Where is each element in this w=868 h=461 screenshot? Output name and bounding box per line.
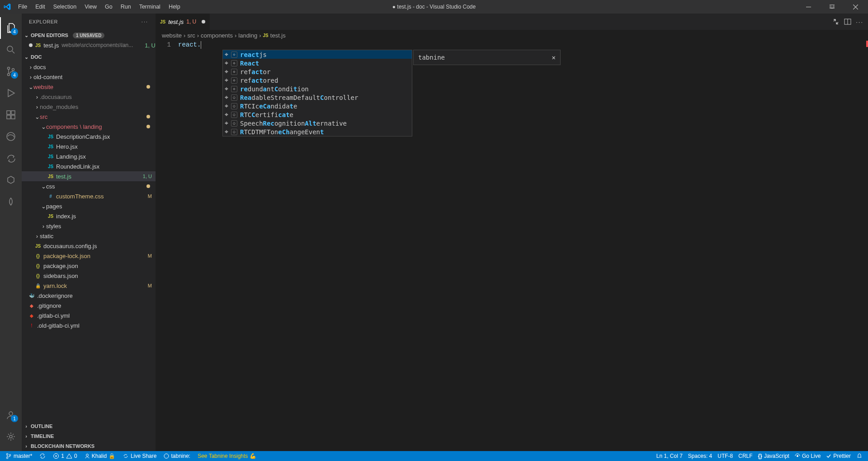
split-editor-icon[interactable] <box>844 18 851 25</box>
error-marker[interactable] <box>866 41 868 47</box>
folder-item[interactable]: ›node_modules <box>22 102 156 112</box>
sidebar-more-icon[interactable]: ··· <box>142 19 148 24</box>
suggestion-item[interactable]: ⌖○RTCIceCandidate <box>223 102 412 110</box>
suggestion-item[interactable]: ⌖◇redundantCondition <box>223 85 412 93</box>
suggestion-item[interactable]: ⌖◇refactor <box>223 67 412 76</box>
activity-ethereum[interactable] <box>0 169 22 191</box>
editor-tab[interactable]: JS test.js 1, U <box>156 14 210 30</box>
activity-liveshare[interactable] <box>0 147 22 169</box>
outline-header[interactable]: › OUTLINE <box>22 421 156 431</box>
file-item[interactable]: ◆.gitignore <box>22 301 156 310</box>
suggestion-item[interactable]: ⌖○SpeechRecognitionAlternative <box>223 119 412 127</box>
folder-item[interactable]: ⌄website <box>22 82 156 92</box>
status-tabnine[interactable]: tabnine: <box>162 451 192 461</box>
more-actions-icon[interactable]: ··· <box>856 19 863 25</box>
status-notifications[interactable] <box>854 453 864 459</box>
menu-help[interactable]: Help <box>165 2 184 12</box>
suggestion-item[interactable]: ⌖○ReadableStreamDefaultController <box>223 93 412 102</box>
compare-changes-icon[interactable] <box>832 18 840 25</box>
suggestion-item[interactable]: ⌖◇reactjs <box>223 50 412 59</box>
menu-edit[interactable]: Edit <box>32 2 49 12</box>
activity-debug[interactable] <box>0 82 22 104</box>
open-editors-header[interactable]: ⌄ OPEN EDITORS 1 UNSAVED <box>22 30 156 40</box>
menu-terminal[interactable]: Terminal <box>136 2 164 12</box>
folder-item[interactable]: ⌄components \ landing <box>22 122 156 132</box>
folder-item[interactable]: ›static <box>22 231 156 241</box>
tab-problem-count: 1, U <box>186 19 196 25</box>
activity-settings[interactable] <box>0 426 22 447</box>
file-item[interactable]: !.old-gitlab-ci.yml <box>22 320 156 330</box>
tree-item-label: yarn.lock <box>43 282 67 289</box>
menu-go[interactable]: Go <box>101 2 116 12</box>
folder-item[interactable]: ⌄pages <box>22 201 156 211</box>
maximize-button[interactable] <box>823 0 841 14</box>
status-encoding[interactable]: UTF-8 <box>716 453 735 459</box>
activity-extensions[interactable] <box>0 104 22 126</box>
file-item[interactable]: JStest.js1, U <box>22 171 156 181</box>
suggestion-item[interactable]: ⌖○RTCCertificate <box>223 110 412 119</box>
folder-item[interactable]: ⌄css <box>22 181 156 191</box>
status-prettier[interactable]: Prettier <box>824 453 853 459</box>
file-item[interactable]: {}package.json <box>22 261 156 271</box>
breadcrumb-item[interactable]: src <box>187 32 195 39</box>
file-item[interactable]: JSLanding.jsx <box>22 151 156 161</box>
open-editor-item[interactable]: JS test.js website\src\components\lan...… <box>22 40 156 50</box>
breadcrumb-item[interactable]: landing <box>238 32 257 39</box>
close-icon[interactable]: ✕ <box>552 54 556 61</box>
file-item[interactable]: JSindex.js <box>22 211 156 221</box>
file-item[interactable]: 🐳.dockerignore <box>22 291 156 301</box>
activity-explorer[interactable]: 4 <box>0 17 22 39</box>
file-item[interactable]: {}sidebars.json <box>22 271 156 281</box>
status-branch[interactable]: master* <box>4 451 34 461</box>
code-line[interactable]: react. <box>178 41 868 49</box>
status-user[interactable]: Khalid 🔒 <box>83 451 117 461</box>
file-item[interactable]: #customTheme.cssM <box>22 191 156 201</box>
status-golive[interactable]: Go Live <box>793 453 822 459</box>
file-item[interactable]: JSHero.jsx <box>22 141 156 151</box>
blockchain-header[interactable]: › BLOCKCHAIN NETWORKS <box>22 441 156 451</box>
activity-account[interactable]: 1 <box>0 404 22 426</box>
file-item[interactable]: JSRoundedLink.jsx <box>22 161 156 171</box>
status-liveshare[interactable]: Live Share <box>121 451 158 461</box>
file-item[interactable]: ◆.gitlab-ci.yml <box>22 310 156 320</box>
menu-file[interactable]: File <box>14 2 31 12</box>
intellisense-popup[interactable]: ⌖◇reactjs⌖◇React⌖◇refactor⌖◇refactored⌖◇… <box>222 50 412 136</box>
suggestion-item[interactable]: ⌖○RTCDTMFToneChangeEvent <box>223 127 412 136</box>
breadcrumbs[interactable]: website› src› components› landing› JS te… <box>156 30 868 41</box>
file-item[interactable]: 🔒yarn.lockM <box>22 281 156 291</box>
minimize-button[interactable] <box>799 0 817 14</box>
activity-source-control[interactable]: 4 <box>0 61 22 82</box>
suggestion-item[interactable]: ⌖◇React <box>223 59 412 67</box>
breadcrumb-item[interactable]: components <box>201 32 233 39</box>
vscode-logo-icon <box>4 3 11 10</box>
status-eol[interactable]: CRLF <box>736 453 754 459</box>
timeline-header[interactable]: › TIMELINE <box>22 431 156 441</box>
status-cursor-position[interactable]: Ln 1, Col 7 <box>655 453 684 459</box>
breadcrumb-item[interactable]: website <box>162 32 182 39</box>
code-editor[interactable]: 1 react. ⌖◇reactjs⌖◇React⌖◇refactor⌖◇ref… <box>156 41 868 451</box>
menu-run[interactable]: Run <box>117 2 135 12</box>
folder-item[interactable]: ›docs <box>22 62 156 72</box>
file-item[interactable]: JSDescriptionCards.jsx <box>22 132 156 141</box>
file-item[interactable]: {}package-lock.jsonM <box>22 251 156 261</box>
folder-item[interactable]: ›old-content <box>22 72 156 82</box>
activity-search[interactable] <box>0 39 22 61</box>
workspace-header[interactable]: ⌄ DOC <box>22 52 156 62</box>
suggestion-item[interactable]: ⌖◇refactored <box>223 76 412 85</box>
menu-selection[interactable]: Selection <box>50 2 80 12</box>
file-item[interactable]: JSdocusaurus.config.js <box>22 241 156 251</box>
folder-item[interactable]: ⌄src <box>22 112 156 122</box>
status-language[interactable]: {} JavaScript <box>756 453 791 459</box>
file-tree: ›docs›old-content⌄website›.docusaurus›no… <box>22 62 156 330</box>
status-sync[interactable] <box>38 451 47 461</box>
folder-item[interactable]: ›.docusaurus <box>22 92 156 102</box>
breadcrumb-item[interactable]: test.js <box>270 32 286 39</box>
close-button[interactable] <box>846 0 864 14</box>
status-problems[interactable]: 1 0 <box>51 451 79 461</box>
activity-edge[interactable] <box>0 126 22 147</box>
menu-view[interactable]: View <box>81 2 100 12</box>
folder-item[interactable]: ›styles <box>22 221 156 231</box>
status-tabnine-insights[interactable]: See Tabnine Insights 💪 <box>196 451 258 461</box>
status-indentation[interactable]: Spaces: 4 <box>686 453 714 459</box>
activity-mongodb[interactable] <box>0 191 22 212</box>
